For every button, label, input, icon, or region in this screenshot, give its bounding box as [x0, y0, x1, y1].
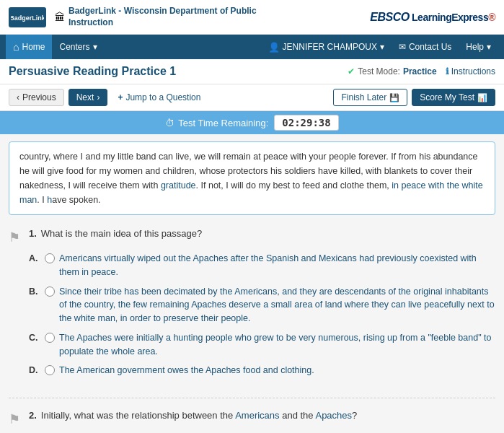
- nav-buttons: ‹ Previous Next › + Jump to a Question: [9, 89, 200, 106]
- badgerlink-icon: BadgerLink: [9, 7, 46, 27]
- question-divider: [9, 398, 495, 398]
- questions-area: ⚑ 1. What is the main idea of this passa…: [0, 222, 504, 433]
- left-arrow-icon: ‹: [17, 92, 19, 102]
- timer-label: ⏱ Test Time Remaining:: [165, 118, 268, 128]
- badgerlink-logo: BadgerLink 🏛 BadgerLink - Wisconsin Depa…: [9, 6, 257, 28]
- instructions-label: Instructions: [451, 66, 495, 76]
- test-mode-value: Practice: [403, 66, 437, 76]
- option-1a-letter: A.: [29, 252, 40, 266]
- test-mode-info: ✔ Test Mode: Practice ℹ Instructions: [348, 66, 495, 76]
- nav-user-label: JENNIFER CHAMPOUX: [283, 42, 377, 52]
- help-chevron-icon: ▾: [487, 42, 491, 52]
- question-2: ⚑ 2. Initially, what was the relationshi…: [9, 410, 495, 433]
- timer-bar: ⏱ Test Time Remaining: 02:29:38: [0, 111, 504, 134]
- question-1-number: 1.: [29, 228, 37, 240]
- option-1a-text: Americans virtually wiped out the Apache…: [59, 252, 495, 279]
- nav-home-label: Home: [22, 42, 45, 52]
- option-1d-text: The American government owes the Apaches…: [59, 364, 314, 377]
- nav-help[interactable]: Help ▾: [459, 35, 498, 59]
- option-1c: C. The Apaches were initially a hunting …: [29, 331, 495, 359]
- option-1d: D. The American government owes the Apac…: [29, 364, 495, 377]
- nav-help-label: Help: [466, 42, 484, 52]
- user-icon: 👤: [268, 42, 280, 53]
- nav-user[interactable]: 👤 JENNIFER CHAMPOUX ▾: [261, 35, 392, 59]
- option-1c-letter: C.: [29, 331, 40, 345]
- plus-icon: +: [118, 92, 123, 102]
- option-1b-letter: B.: [29, 285, 40, 299]
- dept-line2: Instruction: [68, 17, 257, 29]
- building-icon: 🏛: [55, 12, 65, 23]
- info-icon: ℹ: [446, 66, 449, 76]
- timer-value: 02:29:38: [274, 115, 338, 131]
- instructions-link[interactable]: ℹ Instructions: [446, 66, 495, 76]
- bar-chart-icon: 📊: [477, 93, 487, 102]
- right-arrow-icon: ›: [97, 92, 100, 102]
- question-2-text: Initially, what was the relationship bet…: [41, 410, 357, 421]
- action-buttons: Finish Later 💾 Score My Test 📊: [333, 89, 495, 106]
- question-2-content: 2. Initially, what was the relationship …: [29, 410, 495, 433]
- top-header: BadgerLink 🏛 BadgerLink - Wisconsin Depa…: [0, 0, 504, 35]
- check-icon: ✔: [348, 66, 355, 76]
- option-1d-letter: D.: [29, 364, 40, 377]
- radio-1c[interactable]: [45, 333, 55, 343]
- flag-icon-q1[interactable]: ⚑: [9, 229, 23, 383]
- chevron-down-icon: ▾: [93, 42, 97, 52]
- prev-button[interactable]: ‹ Previous: [9, 89, 64, 106]
- passage-text: country, where I and my little band can …: [19, 152, 483, 205]
- radio-1b[interactable]: [45, 287, 55, 297]
- question-1-content: 1. What is the main idea of this passage…: [29, 228, 495, 383]
- nav-contact-label: Contact Us: [409, 42, 451, 52]
- option-1a: A. Americans virtually wiped out the Apa…: [29, 252, 495, 279]
- controls-bar: ‹ Previous Next › + Jump to a Question F…: [0, 84, 504, 111]
- question-1-options: A. Americans virtually wiped out the Apa…: [29, 252, 495, 377]
- clock-icon: ⏱: [165, 118, 174, 128]
- nav-centers-label: Centers: [59, 42, 89, 52]
- question-2-number: 2.: [29, 410, 37, 422]
- floppy-icon: 💾: [389, 93, 399, 102]
- option-1b: B. Since their tribe has been decimated …: [29, 285, 495, 325]
- option-1c-text: The Apaches were initially a hunting peo…: [59, 331, 495, 359]
- flag-icon-q2[interactable]: ⚑: [9, 411, 23, 433]
- dept-line1: BadgerLink - Wisconsin Department of Pub…: [68, 6, 257, 17]
- option-1b-text: Since their tribe has been decimated by …: [59, 285, 495, 325]
- sub-header: Persuasive Reading Practice 1 ✔ Test Mod…: [0, 59, 504, 84]
- dept-info: 🏛 BadgerLink - Wisconsin Department of P…: [55, 6, 257, 28]
- home-icon: ⌂: [13, 41, 19, 53]
- nav-right: 👤 JENNIFER CHAMPOUX ▾ ✉ Contact Us Help …: [261, 35, 498, 59]
- svg-text:BadgerLink: BadgerLink: [11, 14, 44, 22]
- next-button[interactable]: Next ›: [68, 89, 108, 106]
- jump-link[interactable]: + Jump to a Question: [118, 92, 200, 102]
- passage-box: country, where I and my little band can …: [9, 141, 495, 215]
- finish-later-button[interactable]: Finish Later 💾: [333, 89, 407, 106]
- nav-contact[interactable]: ✉ Contact Us: [392, 35, 459, 59]
- test-mode-badge: ✔ Test Mode: Practice: [348, 66, 436, 76]
- nav-bar: ⌂ Home Centers ▾ 👤 JENNIFER CHAMPOUX ▾ ✉…: [0, 35, 504, 59]
- envelope-icon: ✉: [399, 42, 406, 52]
- score-test-button[interactable]: Score My Test 📊: [412, 89, 495, 106]
- nav-centers[interactable]: Centers ▾: [52, 35, 104, 59]
- radio-1d[interactable]: [45, 365, 55, 375]
- test-mode-label: Test Mode:: [358, 66, 400, 76]
- ebsco-logo: EBSCO LearningExpress®: [370, 9, 495, 25]
- question-1: ⚑ 1. What is the main idea of this passa…: [9, 228, 495, 383]
- question-1-text: What is the main idea of this passage?: [41, 228, 202, 239]
- page-title: Persuasive Reading Practice 1: [9, 65, 176, 78]
- radio-1a[interactable]: [45, 253, 55, 263]
- user-chevron-icon: ▾: [380, 42, 384, 52]
- nav-home[interactable]: ⌂ Home: [6, 35, 52, 59]
